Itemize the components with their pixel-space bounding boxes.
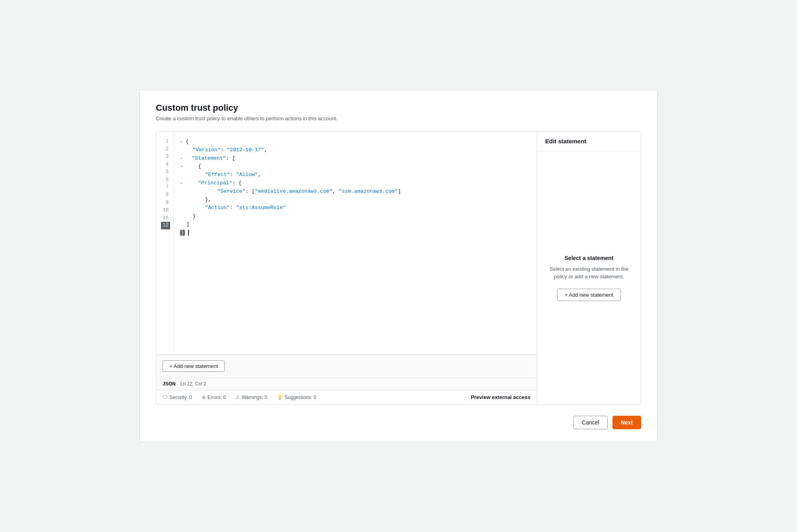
preview-link[interactable]: Preview external access <box>471 394 530 400</box>
security-item: 🛡 Security: 0 <box>163 394 192 400</box>
add-statement-button-bottom[interactable]: + Add new statement <box>163 360 225 372</box>
line-num-8: 8 <box>161 191 170 199</box>
line-num-12: 12 <box>161 222 170 229</box>
line-numbers: 1 2 3 4 5 6 7 8 9 10 11 12 <box>156 131 174 354</box>
line-num-1: 1 <box>161 138 170 145</box>
suggestions-item: 💡 Suggestions: 0 <box>277 394 316 400</box>
next-button[interactable]: Next <box>612 416 641 429</box>
line-num-9: 9 <box>161 199 170 207</box>
cancel-button[interactable]: Cancel <box>573 416 608 429</box>
page-title: Custom trust policy <box>156 103 641 113</box>
right-panel-header: Edit statement <box>537 131 641 151</box>
errors-icon: ⊗ <box>202 394 206 400</box>
warnings-item: ⚠ Warnings: 0 <box>236 394 267 400</box>
errors-item: ⊗ Errors: 0 <box>202 394 226 400</box>
code-content[interactable]: ▾ { "Version": "2012-10-17", ▾ "Statemen… <box>174 131 537 354</box>
add-statement-button-right[interactable]: + Add new statement <box>557 289 621 301</box>
line-num-5: 5 <box>161 168 170 176</box>
warnings-icon: ⚠ <box>236 394 240 400</box>
line-num-7: 7 <box>161 184 170 191</box>
code-area: 1 2 3 4 5 6 7 8 9 10 11 12 ▾ { "Version"… <box>156 131 537 404</box>
warnings-label: Warnings: 0 <box>242 395 267 400</box>
right-panel-body: Select a statement Select an existing st… <box>537 151 641 404</box>
suggestions-label: Suggestions: 0 <box>285 395 316 400</box>
editor-panel: 1 2 3 4 5 6 7 8 9 10 11 12 ▾ { "Version"… <box>156 131 641 405</box>
page-container: Custom trust policy Create a custom trus… <box>139 90 658 442</box>
select-statement-title: Select a statement <box>565 255 614 261</box>
line-num-6: 6 <box>161 176 170 184</box>
line-num-2: 2 <box>161 145 170 153</box>
status-position: Ln 12, Col 2 <box>181 381 206 387</box>
page-footer: Cancel Next <box>156 416 641 429</box>
add-statement-bar: + Add new statement <box>156 355 537 378</box>
bottom-bar: 🛡 Security: 0 ⊗ Errors: 0 ⚠ Warnings: 0 … <box>156 390 537 404</box>
code-editor[interactable]: 1 2 3 4 5 6 7 8 9 10 11 12 ▾ { "Version"… <box>156 131 537 354</box>
page-subtitle: Create a custom trust policy to enable o… <box>156 115 641 121</box>
errors-label: Errors: 0 <box>208 395 226 400</box>
security-label: Security: 0 <box>169 395 192 400</box>
right-panel: Edit statement Select a statement Select… <box>537 131 641 404</box>
select-statement-desc: Select an existing statement in the poli… <box>545 265 633 281</box>
line-num-10: 10 <box>161 207 170 214</box>
status-bar: JSON Ln 12, Col 2 <box>156 378 537 390</box>
suggestions-icon: 💡 <box>277 394 283 400</box>
security-icon: 🛡 <box>163 394 168 400</box>
line-num-3: 3 <box>161 153 170 160</box>
line-num-11: 11 <box>161 214 170 222</box>
editor-footer: + Add new statement JSON Ln 12, Col 2 🛡 … <box>156 354 537 404</box>
status-format: JSON <box>163 381 176 387</box>
line-num-4: 4 <box>161 161 170 168</box>
